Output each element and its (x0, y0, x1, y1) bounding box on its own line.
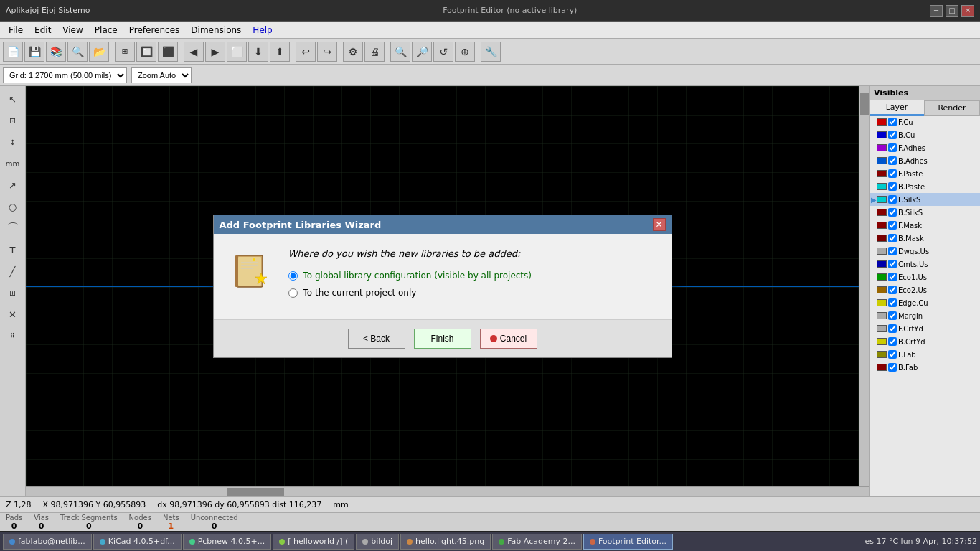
taskbar-item[interactable]: Fab Academy 2... (492, 534, 582, 550)
settings-button[interactable]: ⚙ (343, 42, 363, 62)
measure-tool2[interactable]: ↕ (3, 132, 23, 152)
layer-visibility-checkbox[interactable] (888, 131, 897, 139)
layer-visibility-checkbox[interactable] (888, 260, 897, 268)
layer-visibility-checkbox[interactable] (888, 221, 897, 230)
tools-button[interactable]: 🔧 (481, 42, 501, 62)
grid-select[interactable]: Grid: 1,2700 mm (50,00 mils) (3, 67, 127, 83)
layer-row[interactable]: B.CrtYd (870, 335, 980, 348)
layer-visibility-checkbox[interactable] (888, 286, 897, 294)
taskbar-item[interactable]: Footprint Editor... (583, 534, 673, 550)
redo-button[interactable]: ↪ (317, 42, 337, 62)
wizard-close-button[interactable]: ✕ (653, 218, 666, 231)
import-button[interactable]: ⬇ (248, 42, 268, 62)
hscroll-thumb[interactable] (227, 488, 284, 496)
layer-row[interactable]: F.Cu (870, 116, 980, 128)
layer-row[interactable]: F.CrtYd (870, 322, 980, 335)
finish-button[interactable]: Finish (414, 329, 471, 349)
taskbar-item[interactable]: hello.light.45.png (400, 534, 491, 550)
menu-file[interactable]: File (3, 24, 29, 37)
grid-dots-tool[interactable]: ⠿ (3, 326, 23, 346)
layer-row[interactable]: F.Paste (870, 167, 980, 180)
layer-row[interactable]: B.Paste (870, 180, 980, 193)
export-button[interactable]: ⬆ (270, 42, 290, 62)
search-button[interactable]: 🔍 (67, 42, 88, 62)
taskbar-item[interactable]: [ helloworld /] ( (273, 534, 354, 550)
grid-button[interactable]: ⊞ (115, 42, 135, 62)
layer-row[interactable]: F.Fab (870, 348, 980, 361)
layer-visibility-checkbox[interactable] (888, 273, 897, 281)
layer-visibility-checkbox[interactable] (888, 298, 897, 307)
layer-row[interactable]: B.Adhes (870, 154, 980, 167)
taskbar-item[interactable]: Pcbnew 4.0.5+... (183, 534, 272, 550)
menu-help[interactable]: Help (247, 24, 278, 37)
layer-visibility-checkbox[interactable] (888, 156, 897, 165)
component-button[interactable]: ⬛ (158, 42, 178, 62)
layer-visibility-checkbox[interactable] (888, 247, 897, 255)
measurement-tool[interactable]: ⊡ (3, 110, 23, 131)
layer-visibility-checkbox[interactable] (888, 337, 897, 346)
layer-visibility-checkbox[interactable] (888, 324, 897, 333)
cancel-button[interactable]: Cancel (480, 329, 537, 349)
radio-global[interactable] (288, 271, 298, 281)
layer-row[interactable]: B.Cu (870, 128, 980, 141)
tab-layer[interactable]: Layer (870, 100, 924, 116)
app-menu[interactable]: Aplikajoj Ejoj Sistemo (6, 6, 90, 15)
layer-visibility-checkbox[interactable] (888, 208, 897, 217)
layer-visibility-checkbox[interactable] (888, 118, 897, 126)
layer-row[interactable]: Edge.Cu (870, 296, 980, 309)
mm-tool[interactable]: mm (3, 154, 23, 174)
layer-visibility-checkbox[interactable] (888, 350, 897, 359)
text-tool[interactable]: T (3, 240, 23, 260)
select-tool[interactable]: ↗ (3, 175, 23, 195)
layer-visibility-checkbox[interactable] (888, 195, 897, 204)
close-button[interactable]: ✕ (961, 5, 974, 17)
save-button[interactable]: 💾 (24, 42, 44, 62)
minimize-button[interactable]: ─ (930, 5, 943, 17)
layer-row[interactable]: Margin (870, 309, 980, 322)
layer-row[interactable]: Cmts.Us (870, 258, 980, 270)
layer-row[interactable]: F.Adhes (870, 141, 980, 154)
new-footprint-button[interactable]: 📄 (3, 42, 23, 62)
zoom-out-button[interactable]: 🔎 (412, 42, 432, 62)
zoom-selection-button[interactable]: ⊕ (455, 42, 475, 62)
layer-row[interactable]: Dwgs.Us (870, 245, 980, 258)
layer-row[interactable]: Eco2.Us (870, 283, 980, 296)
taskbar-item[interactable]: bildoj (356, 534, 399, 550)
delete-tool[interactable]: ✕ (3, 304, 23, 324)
line-tool[interactable]: ╱ (3, 261, 23, 281)
menu-place[interactable]: Place (89, 24, 123, 37)
radio-option-project[interactable]: To the current project only (288, 288, 657, 298)
back-button[interactable]: < Back (348, 329, 405, 349)
move-left-button[interactable]: ◀ (184, 42, 204, 62)
layer-row[interactable]: B.Mask (870, 232, 980, 245)
move-right-button[interactable]: ▶ (205, 42, 225, 62)
layer-row[interactable]: ▶F.SilkS (870, 193, 980, 206)
circle-tool[interactable]: ○ (3, 197, 23, 217)
layer-visibility-checkbox[interactable] (888, 363, 897, 372)
menu-preferences[interactable]: Preferences (123, 24, 186, 37)
undo-button[interactable]: ↩ (296, 42, 316, 62)
zoom-select[interactable]: Zoom Auto (131, 67, 192, 83)
maximize-button[interactable]: □ (946, 5, 958, 17)
footprint-button[interactable]: 🔲 (136, 42, 156, 62)
menu-edit[interactable]: Edit (29, 24, 57, 37)
cursor-tool[interactable]: ↖ (3, 89, 23, 109)
zoom-fit-button[interactable]: ↺ (433, 42, 453, 62)
library-browser-button[interactable]: 📚 (46, 42, 66, 62)
layer-row[interactable]: B.Fab (870, 361, 980, 374)
vscroll-thumb[interactable] (860, 93, 869, 115)
layer-visibility-checkbox[interactable] (888, 234, 897, 242)
pad-tool[interactable]: ⊞ (3, 283, 23, 303)
radio-option-global[interactable]: To global library configuration (visible… (288, 270, 657, 281)
menu-view[interactable]: View (57, 24, 88, 37)
radio-project[interactable] (288, 288, 298, 298)
horizontal-scrollbar[interactable] (26, 486, 869, 496)
print-button[interactable]: 🖨 (364, 42, 385, 62)
zoom-in-button[interactable]: 🔍 (390, 42, 410, 62)
canvas-area[interactable]: Add Footprint Libraries Wizard ✕ (26, 86, 859, 486)
layer-row[interactable]: B.SilkS (870, 206, 980, 219)
layer-row[interactable]: F.Mask (870, 219, 980, 232)
layer-visibility-checkbox[interactable] (888, 182, 897, 191)
layer-visibility-checkbox[interactable] (888, 311, 897, 320)
menu-dimensions[interactable]: Dimensions (185, 24, 247, 37)
